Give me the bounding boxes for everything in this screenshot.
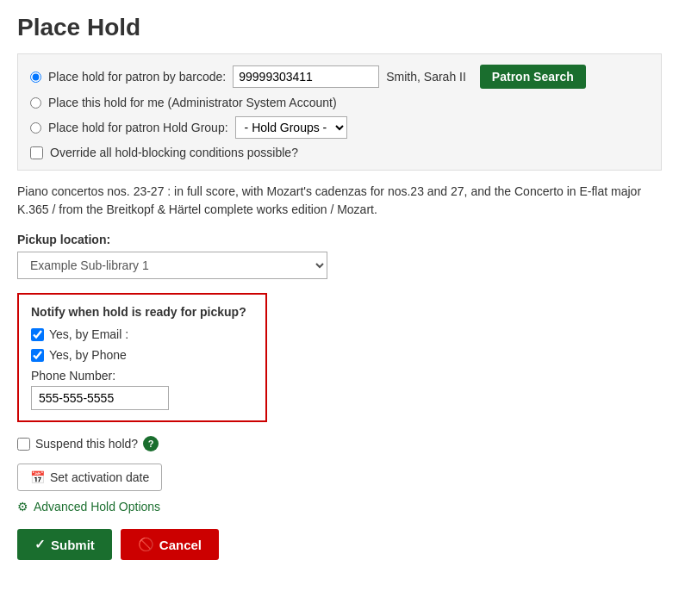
- phone-number-input[interactable]: [31, 386, 169, 410]
- notify-phone-row: Yes, by Phone: [31, 348, 253, 362]
- help-icon[interactable]: ?: [143, 436, 159, 451]
- notify-title: Notify when hold is ready for pickup?: [31, 305, 253, 319]
- notify-box: Notify when hold is ready for pickup? Ye…: [17, 293, 267, 422]
- override-row: Override all hold-blocking conditions po…: [30, 146, 649, 159]
- patron-holdgroup-row: Place hold for patron Hold Group: - Hold…: [30, 116, 649, 139]
- patron-section: Place hold for patron by barcode: Smith,…: [17, 53, 662, 171]
- submit-button[interactable]: ✓ Submit: [17, 529, 112, 560]
- activation-date-button[interactable]: 📅 Set activation date: [17, 464, 162, 491]
- patron-self-row: Place this hold for me (Administrator Sy…: [30, 96, 649, 109]
- suspend-label[interactable]: Suspend this hold?: [35, 437, 138, 451]
- action-buttons: ✓ Submit 🚫 Cancel: [17, 529, 662, 560]
- override-checkbox[interactable]: [30, 146, 43, 159]
- pickup-select[interactable]: Example Sub-library 1 Example Sub-librar…: [17, 252, 327, 279]
- patron-holdgroup-label[interactable]: Place hold for patron Hold Group:: [48, 121, 228, 134]
- cancel-label: Cancel: [159, 538, 202, 552]
- notify-email-label[interactable]: Yes, by Email :: [49, 327, 128, 341]
- calendar-icon: 📅: [30, 470, 45, 484]
- patron-barcode-radio[interactable]: [30, 72, 41, 83]
- patron-holdgroup-radio[interactable]: [30, 122, 41, 134]
- hold-group-select[interactable]: - Hold Groups -: [235, 116, 347, 139]
- notify-phone-label[interactable]: Yes, by Phone: [49, 348, 127, 362]
- cancel-icon: 🚫: [138, 537, 154, 552]
- advanced-options-label: Advanced Hold Options: [34, 500, 160, 513]
- suspend-row: Suspend this hold? ?: [17, 436, 662, 451]
- notify-email-row: Yes, by Email :: [31, 327, 253, 341]
- patron-barcode-label[interactable]: Place hold for patron by barcode:: [48, 70, 226, 84]
- override-label[interactable]: Override all hold-blocking conditions po…: [50, 146, 298, 159]
- patron-self-radio[interactable]: [30, 97, 41, 109]
- notify-email-checkbox[interactable]: [31, 328, 44, 341]
- suspend-checkbox[interactable]: [17, 438, 30, 451]
- patron-barcode-row: Place hold for patron by barcode: Smith,…: [30, 65, 649, 89]
- pickup-label: Pickup location:: [17, 233, 662, 246]
- patron-search-button[interactable]: Patron Search: [480, 65, 586, 89]
- check-icon: ✓: [34, 537, 46, 552]
- submit-label: Submit: [51, 538, 95, 552]
- cancel-button[interactable]: 🚫 Cancel: [121, 529, 219, 560]
- gear-icon: ⚙: [17, 500, 28, 513]
- barcode-input[interactable]: [233, 65, 379, 88]
- advanced-hold-options-link[interactable]: ⚙ Advanced Hold Options: [17, 500, 662, 513]
- patron-self-label[interactable]: Place this hold for me (Administrator Sy…: [48, 96, 337, 109]
- book-title: Piano concertos nos. 23-27 : in full sco…: [17, 183, 662, 219]
- phone-number-label: Phone Number:: [31, 369, 253, 383]
- notify-phone-checkbox[interactable]: [31, 349, 44, 362]
- activation-date-label: Set activation date: [50, 470, 149, 484]
- page-title: Place Hold: [17, 14, 662, 41]
- patron-name: Smith, Sarah II: [386, 70, 466, 84]
